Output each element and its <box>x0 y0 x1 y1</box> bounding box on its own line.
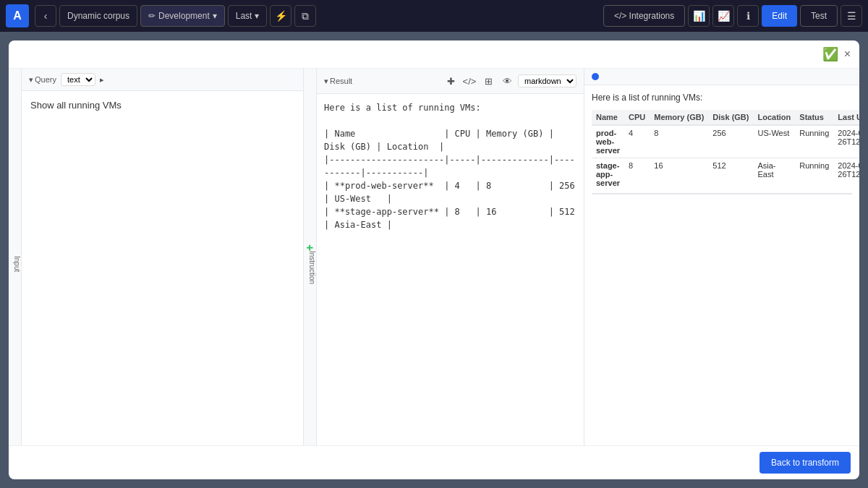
chevron-down-icon: ▾ <box>213 11 217 21</box>
query-label: Query <box>35 75 56 84</box>
main-content: ✅ × Input ▾ Query text <box>0 32 868 488</box>
cell-location: US-West <box>753 125 795 158</box>
cell-cpu: 4 <box>624 125 650 158</box>
top-nav: A ‹ Dynamic corpus ✏ Development ▾ Last … <box>0 0 868 32</box>
menu-button[interactable]: ☰ <box>841 5 862 27</box>
cell-cpu: 8 <box>624 158 650 191</box>
rendered-title: Here is a list of running VMs: <box>592 93 852 103</box>
query-panel-header: ▾ Query text ▸ <box>22 69 303 91</box>
chart-button[interactable]: 📊 <box>688 5 710 27</box>
col-location: Location <box>753 110 795 125</box>
result-toolbar: ✚ </> ⊞ 👁 markdown <box>443 73 576 89</box>
result-toggle-button[interactable]: ▾ Result <box>324 77 352 86</box>
content-area: Input ▾ Query text ▸ Show all running VM… <box>9 69 859 445</box>
last-button[interactable]: Last ▾ <box>228 5 268 27</box>
vm-table: Name CPU Memory (GB) Disk (GB) Location … <box>592 110 859 190</box>
cell-status: Running <box>795 125 833 158</box>
query-text: Show all running VMs <box>30 100 122 111</box>
rendered-panel: Here is a list of running VMs: Name CPU … <box>584 69 859 445</box>
last-label: Last <box>236 11 252 21</box>
table-row: stage-app-server 8 16 512 Asia-East Runn… <box>592 158 859 191</box>
layers-button[interactable]: ⧉ <box>294 5 316 27</box>
info-button[interactable]: ℹ <box>737 5 759 27</box>
instruction-sidebar: + Instruction <box>304 69 317 445</box>
test-label: Test <box>811 11 827 21</box>
query-panel: ▾ Query text ▸ Show all running VMs <box>22 69 304 445</box>
code-button[interactable]: </> <box>461 73 477 89</box>
instruction-add-button[interactable]: + <box>303 244 316 251</box>
back-to-transform-button[interactable]: Back to transform <box>760 452 851 474</box>
development-button[interactable]: ✏ Development ▾ <box>140 5 225 27</box>
lightning-button[interactable]: ⚡ <box>270 5 292 27</box>
col-name: Name <box>592 110 624 125</box>
result-format-select[interactable]: markdown <box>518 74 576 87</box>
modal-panel: ✅ × Input ▾ Query text <box>9 40 859 479</box>
app-logo: A <box>6 4 29 27</box>
edit-label: Edit <box>772 11 787 21</box>
add-result-button[interactable]: ✚ <box>443 73 459 89</box>
col-last-updated: Last Updated <box>833 110 859 125</box>
col-status: Status <box>795 110 833 125</box>
stats-button[interactable]: 📈 <box>712 5 734 27</box>
rendered-content: Here is a list of running VMs: Name CPU … <box>584 85 859 445</box>
cell-name: prod-web-server <box>592 125 624 158</box>
columns-button[interactable]: ⊞ <box>480 73 496 89</box>
input-label: Input <box>13 256 21 272</box>
cell-name: stage-app-server <box>592 158 624 191</box>
result-raw-content: Here is a list of running VMs: | Name | … <box>317 94 584 445</box>
cell-last-updated: 2024-08-26T12:00:00Z <box>833 125 859 158</box>
col-disk: Disk (GB) <box>708 110 753 125</box>
table-header-row: Name CPU Memory (GB) Disk (GB) Location … <box>592 110 859 125</box>
query-toggle-button[interactable]: ▾ Query <box>29 75 56 85</box>
cell-status: Running <box>795 158 833 191</box>
table-row: prod-web-server 4 8 256 US-West Running … <box>592 125 859 158</box>
cell-location: Asia-East <box>753 158 795 191</box>
cell-disk: 512 <box>708 158 753 191</box>
integrations-button[interactable]: </> Integrations <box>603 5 685 27</box>
result-text: Here is a list of running VMs: | Name | … <box>324 101 576 231</box>
cell-memory: 16 <box>650 158 708 191</box>
query-content: Show all running VMs <box>22 91 303 445</box>
cell-memory: 8 <box>650 125 708 158</box>
col-memory: Memory (GB) <box>650 110 708 125</box>
query-format-select[interactable]: text <box>61 73 95 86</box>
nav-back-button[interactable]: ‹ <box>35 5 56 27</box>
edit-button[interactable]: Edit <box>762 5 797 27</box>
chevron-down-icon-q: ▾ <box>29 75 33 85</box>
modal-header: ✅ × <box>9 40 859 69</box>
result-panel-header: ▾ Result ✚ </> ⊞ 👁 markdown <box>317 69 584 94</box>
col-cpu: CPU <box>624 110 650 125</box>
rendered-panel-header <box>584 69 859 85</box>
development-label: Development <box>158 11 210 21</box>
input-sidebar: Input <box>9 69 22 445</box>
instruction-label: Instruction <box>308 251 316 284</box>
query-expand-button[interactable]: ▸ <box>100 75 104 85</box>
success-icon: ✅ <box>822 46 838 62</box>
dev-icon: ✏ <box>148 11 156 21</box>
test-button[interactable]: Test <box>800 5 838 27</box>
close-button[interactable]: × <box>844 48 851 61</box>
chevron-down-icon-r: ▾ <box>324 77 328 86</box>
back-transform-label: Back to transform <box>771 458 839 468</box>
corpus-button[interactable]: Dynamic corpus <box>59 5 137 27</box>
chevron-down-icon-2: ▾ <box>255 11 259 21</box>
result-label: Result <box>330 77 352 85</box>
blue-dot-indicator <box>592 73 599 80</box>
integrations-label: Integrations <box>629 11 675 21</box>
cell-last-updated: 2024-08-26T12:00:00Z <box>833 158 859 191</box>
integrations-icon: </> <box>614 11 626 21</box>
corpus-label: Dynamic corpus <box>67 11 129 21</box>
result-panel: ▾ Result ✚ </> ⊞ 👁 markdown Here is a <box>317 69 584 445</box>
table-footer-line <box>592 193 852 194</box>
cell-disk: 256 <box>708 125 753 158</box>
close-icon: × <box>844 48 851 60</box>
eye-button[interactable]: 👁 <box>499 73 515 89</box>
modal-footer: Back to transform <box>9 445 859 479</box>
